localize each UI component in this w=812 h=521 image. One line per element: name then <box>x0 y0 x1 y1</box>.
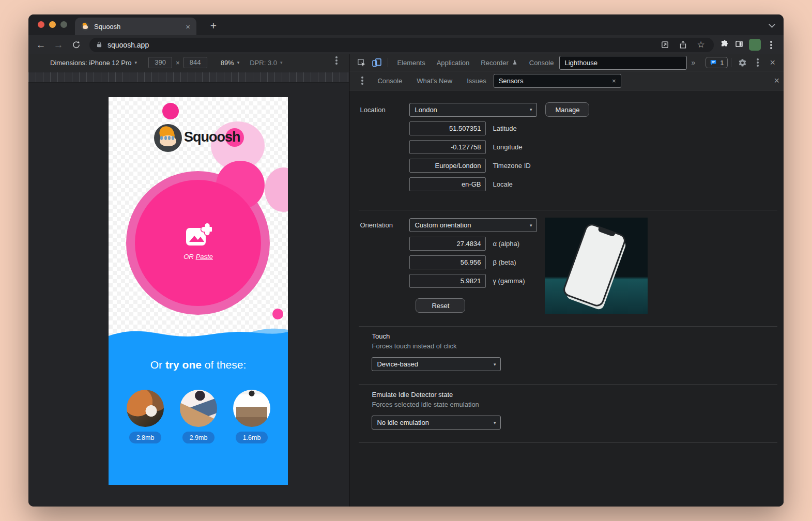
drawer-close-button[interactable]: × <box>770 75 784 86</box>
device-height-input[interactable]: 844 <box>183 57 207 68</box>
longitude-input[interactable] <box>409 140 486 154</box>
window-controls <box>38 21 67 28</box>
bookmark-star-icon[interactable]: ☆ <box>694 38 708 52</box>
toolbar-divider <box>388 58 388 67</box>
new-tab-button[interactable]: + <box>206 19 221 33</box>
latitude-input[interactable] <box>409 121 486 135</box>
sensors-panel: Location London ▾ Manage Latitude <box>349 90 784 507</box>
side-panel-button[interactable] <box>734 39 744 51</box>
select-image-button[interactable] <box>185 223 212 250</box>
drawer-tab-sensors[interactable]: Sensors × <box>494 74 621 88</box>
alpha-input[interactable] <box>409 237 486 251</box>
drawer-tab-bar: Console What's New Issues Sensors × × <box>349 71 784 90</box>
paste-link[interactable]: Paste <box>196 253 213 260</box>
idle-state-select[interactable]: No idle emulation ▾ <box>372 416 501 430</box>
orientation-section: Orientation Custom orientation ▾ α (alph… <box>360 218 537 313</box>
tab-close-icon[interactable]: × <box>186 23 190 30</box>
gear-icon <box>738 58 747 67</box>
beta-input[interactable] <box>409 255 486 269</box>
reload-icon <box>72 40 81 49</box>
device-width-input[interactable]: 390 <box>148 57 172 68</box>
reset-orientation-button[interactable]: Reset <box>416 298 465 313</box>
or-label: OR <box>183 253 194 260</box>
puzzle-icon <box>720 39 729 49</box>
wave-decoration <box>109 327 288 341</box>
orientation-label: Orientation <box>360 221 409 229</box>
minimize-window-button[interactable] <box>49 21 56 28</box>
browser-menu-kebab-icon[interactable] <box>770 44 772 46</box>
install-app-button[interactable] <box>658 38 671 52</box>
browser-tab[interactable]: Squoosh × <box>75 18 196 35</box>
demo-image-artwork[interactable] <box>180 390 217 427</box>
sensors-tab-close-icon[interactable]: × <box>612 77 616 85</box>
drawer-menu-kebab-icon[interactable] <box>355 74 370 87</box>
beta-label: β (beta) <box>493 258 516 266</box>
orientation-preset-select[interactable]: Custom orientation ▾ <box>409 218 537 232</box>
tab-console[interactable]: Console <box>524 54 560 71</box>
tab-recorder[interactable]: Recorder <box>475 54 523 71</box>
back-button[interactable]: ← <box>34 38 48 52</box>
tab-application[interactable]: Application <box>431 54 476 71</box>
locale-input[interactable] <box>409 177 486 191</box>
squoosh-logo-icon <box>154 124 182 152</box>
demo-image-red-panda[interactable] <box>127 390 164 427</box>
tab-strip: Squoosh × + <box>28 14 784 35</box>
touch-title: Touch <box>372 332 501 340</box>
phone-3d-model <box>562 222 628 308</box>
touch-select[interactable]: Device-based ▾ <box>372 357 501 371</box>
tab-elements[interactable]: Elements <box>391 54 431 71</box>
alpha-label: α (alpha) <box>493 240 519 248</box>
select-caret-icon: ▾ <box>530 223 532 228</box>
url-text: squoosh.app <box>108 41 653 49</box>
tab-search-chevron-icon[interactable] <box>769 21 775 28</box>
more-tabs-button[interactable]: » <box>687 58 699 67</box>
dpr-select[interactable]: DPR: 3.0 <box>250 59 277 67</box>
timezone-input[interactable] <box>409 159 486 173</box>
device-toolbar: Dimensions: iPhone 12 Pro ▾ 390 × 844 89… <box>28 54 349 71</box>
location-label: Location <box>360 106 409 114</box>
tab-lighthouse[interactable]: Lighthouse <box>559 56 687 70</box>
devtools-menu-kebab-icon[interactable] <box>750 56 765 69</box>
device-toolbar-icon <box>372 57 382 68</box>
devtools-close-button[interactable]: × <box>765 57 779 68</box>
section-divider <box>359 210 777 210</box>
forward-button[interactable]: → <box>51 38 66 52</box>
gamma-label: γ (gamma) <box>493 277 525 285</box>
gamma-input[interactable] <box>409 274 486 288</box>
close-window-button[interactable] <box>38 21 44 28</box>
demo-size-badge: 1.6mb <box>236 432 268 443</box>
small-pink-dot-decoration <box>272 309 283 319</box>
demo-image-phone-screenshot[interactable] <box>233 390 270 427</box>
emulated-page: Squoosh ORPaste <box>109 97 288 485</box>
zoom-window-button[interactable] <box>60 21 67 28</box>
devtools-settings-button[interactable] <box>734 56 750 69</box>
device-toolbar-menu-kebab-icon[interactable] <box>335 59 338 62</box>
manage-locations-button[interactable]: Manage <box>545 102 589 117</box>
reload-button[interactable] <box>69 38 83 52</box>
squoosh-wordmark: Squoosh <box>184 129 240 145</box>
drawer-tab-issues[interactable]: Issues <box>459 71 494 90</box>
pink-blob-decoration <box>162 103 179 119</box>
drawer-tab-whats-new[interactable]: What's New <box>409 71 459 90</box>
browser-toolbar: ← → squoosh.app ☆ <box>28 35 784 54</box>
location-preset-select[interactable]: London ▾ <box>409 103 537 117</box>
idle-subtitle: Forces selected idle state emulation <box>372 401 501 408</box>
locale-label: Locale <box>493 180 512 188</box>
toolbar-divider <box>731 58 731 67</box>
orientation-phone-preview[interactable] <box>545 218 648 314</box>
share-button[interactable] <box>676 38 690 52</box>
address-bar[interactable]: squoosh.app ☆ <box>89 38 714 52</box>
zoom-select[interactable]: 89% <box>221 59 234 67</box>
extensions-button[interactable] <box>720 39 729 51</box>
select-caret-icon: ▾ <box>530 107 532 112</box>
drawer-tab-console[interactable]: Console <box>370 71 409 90</box>
dimensions-separator: × <box>176 59 180 67</box>
issues-counter-button[interactable]: 1 <box>706 57 728 68</box>
toggle-device-toolbar-button[interactable] <box>369 56 385 69</box>
profile-avatar[interactable] <box>749 39 761 51</box>
inspect-element-button[interactable] <box>354 56 369 69</box>
squoosh-favicon-icon <box>81 22 89 30</box>
device-dimensions-select[interactable]: Dimensions: iPhone 12 Pro <box>50 59 132 67</box>
zoom-caret-icon: ▾ <box>237 60 240 65</box>
demo-size-badge: 2.8mb <box>129 432 161 443</box>
